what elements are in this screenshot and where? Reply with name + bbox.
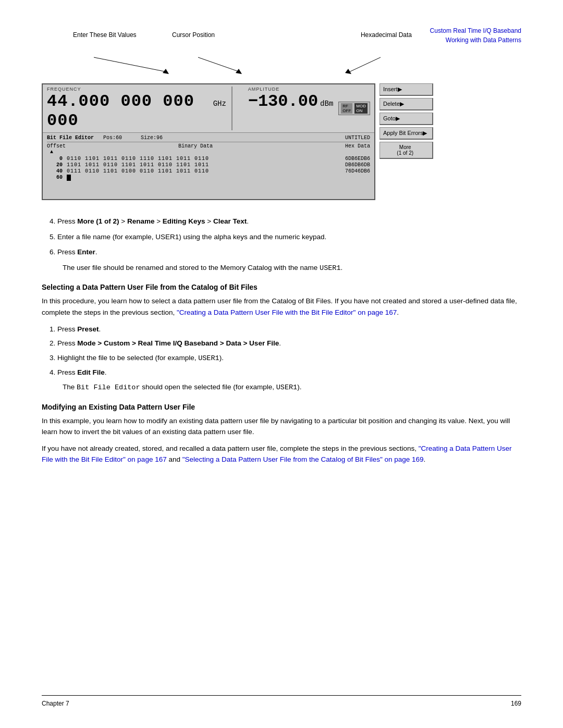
- callout-enter-bits: Enter These Bit Values: [73, 31, 137, 39]
- section3-para1: In this example, you learn how to modify…: [42, 415, 521, 438]
- step-4-bold: More (1 of 2): [77, 217, 119, 225]
- sub-step-4: Press Edit File.: [57, 367, 521, 378]
- callout-lines-svg: [73, 57, 500, 73]
- content-area: Press More (1 of 2) > Rename > Editing K…: [42, 216, 521, 465]
- cursor-block: [67, 175, 71, 181]
- sub-step-2-bold: Mode > Custom > Real Time I/Q Baseband >…: [77, 339, 279, 347]
- step-4-rename: Rename: [127, 217, 155, 225]
- bit-editor-columns: Offset ▲ Binary Data Hex Data: [47, 142, 370, 155]
- svg-line-0: [94, 57, 167, 72]
- section2-note: The Bit File Editor should open the sele…: [63, 381, 521, 393]
- svg-line-4: [349, 57, 381, 72]
- footer: Chapter 7 169: [42, 695, 521, 707]
- callout-cursor-pos: Cursor Position: [172, 31, 215, 39]
- sub-step-3: Highlight the file to be selected (for e…: [57, 352, 521, 364]
- section2-link1[interactable]: "Creating a Data Pattern User File with …: [177, 309, 397, 316]
- step-5: Enter a file name (for example, USER1) u…: [57, 231, 521, 243]
- bit-editor-header: Bit File Editor Pos:60 Size:96 UNTITLED: [47, 135, 370, 141]
- sub-step-4-bold: Edit File: [77, 368, 105, 376]
- mod-on-indicator: MODON: [354, 103, 368, 114]
- more-button[interactable]: More(1 of 2): [380, 142, 433, 159]
- bit-editor-pos: Pos:60: [103, 135, 122, 141]
- bit-editor-title: Bit File Editor: [47, 135, 94, 141]
- freq-amp-bar: FREQUENCY 44.000 000 000 000 GHz AMPLITU…: [43, 84, 374, 133]
- table-row: 60: [47, 175, 370, 181]
- sub-step-3-code: USER1: [198, 354, 219, 362]
- svg-line-2: [198, 57, 240, 72]
- section3-heading: Modifying an Existing Data Pattern User …: [42, 403, 521, 411]
- sub-step-1-bold: Preset: [77, 325, 99, 333]
- steps-list-1: Press More (1 of 2) > Rename > Editing K…: [57, 216, 521, 258]
- bit-editor-area: Bit File Editor Pos:60 Size:96 UNTITLED …: [43, 133, 374, 199]
- sub-step-1: Press Preset.: [57, 324, 521, 335]
- page-container: Custom Real Time I/Q Baseband Working wi…: [0, 0, 563, 728]
- freq-unit: GHz: [213, 100, 226, 108]
- apply-bit-errors-button[interactable]: Apply Bit Errors▶: [380, 127, 433, 140]
- col-binary: Binary Data: [63, 143, 328, 155]
- rf-off-indicator: RFOFF: [341, 103, 352, 114]
- step-4-cleartext: Clear Text: [213, 217, 247, 225]
- step-4-editing: Editing Keys: [163, 217, 205, 225]
- freq-value: 44.000 000 000 000: [47, 92, 211, 130]
- col-hex: Hex Data: [328, 143, 370, 155]
- figure-wrapper: FREQUENCY 44.000 000 000 000 GHz AMPLITU…: [42, 83, 521, 200]
- step-4: Press More (1 of 2) > Rename > Editing K…: [57, 216, 521, 227]
- step-5-text: Enter a file name (for example, USER1) u…: [57, 233, 326, 241]
- amp-label: AMPLITUDE: [248, 87, 334, 92]
- figure-block: Enter These Bit Values Cursor Position H…: [42, 31, 521, 200]
- bit-editor-filename: UNTITLED: [345, 135, 370, 141]
- step-6-bold: Enter: [77, 248, 95, 256]
- footer-page: 169: [511, 700, 521, 707]
- freq-label: FREQUENCY: [47, 87, 226, 92]
- instrument-display: FREQUENCY 44.000 000 000 000 GHz AMPLITU…: [42, 83, 375, 200]
- step-6: Press Enter.: [57, 246, 521, 258]
- table-row: 0 0110 1101 1011 0110 1110 1101 1011 011…: [47, 156, 370, 162]
- footer-chapter: Chapter 7: [42, 700, 69, 707]
- section3-para2: If you have not already created, stored,…: [42, 443, 521, 465]
- section2-heading: Selecting a Data Pattern User File from …: [42, 283, 521, 291]
- section3-link2[interactable]: "Selecting a Data Pattern User File from…: [182, 455, 424, 463]
- insert-button[interactable]: Insert▶: [380, 83, 433, 96]
- user1-code-1: USER1: [320, 264, 341, 272]
- svg-marker-3: [236, 69, 242, 74]
- bit-editor-size: Size:96: [141, 135, 163, 141]
- section2-steps: Press Preset. Press Mode > Custom > Real…: [57, 324, 521, 378]
- user1-code-2: USER1: [276, 384, 298, 391]
- sub-step-2: Press Mode > Custom > Real Time I/Q Base…: [57, 338, 521, 349]
- callout-hex-data: Hexadecimal Data: [361, 31, 412, 39]
- callout-labels: Enter These Bit Values Cursor Position H…: [73, 31, 469, 57]
- amp-unit: dBm: [320, 100, 333, 108]
- step-6-text: Press Enter.: [57, 248, 97, 256]
- step-4-text: Press More (1 of 2) > Rename > Editing K…: [57, 217, 249, 225]
- delete-button[interactable]: Delete▶: [380, 98, 433, 110]
- table-row: 20 1101 1011 0110 1101 1011 0110 1101 10…: [47, 162, 370, 168]
- amp-value: −130.00: [248, 92, 318, 111]
- bit-file-editor-code: Bit File Editor: [77, 384, 140, 391]
- section2-para1: In this procedure, you learn how to sele…: [42, 295, 521, 318]
- goto-button[interactable]: Goto▶: [380, 113, 433, 125]
- freq-section: FREQUENCY 44.000 000 000 000 GHz: [47, 87, 226, 130]
- table-row: 40 0111 0110 1101 0100 0110 1101 1011 01…: [47, 168, 370, 174]
- step-6-note: The user file should be renamed and stor…: [63, 262, 521, 274]
- amp-section: AMPLITUDE −130.00 dBm: [248, 87, 334, 111]
- side-buttons: Insert▶ Delete▶ Goto▶ Apply Bit Errors▶ …: [380, 83, 433, 159]
